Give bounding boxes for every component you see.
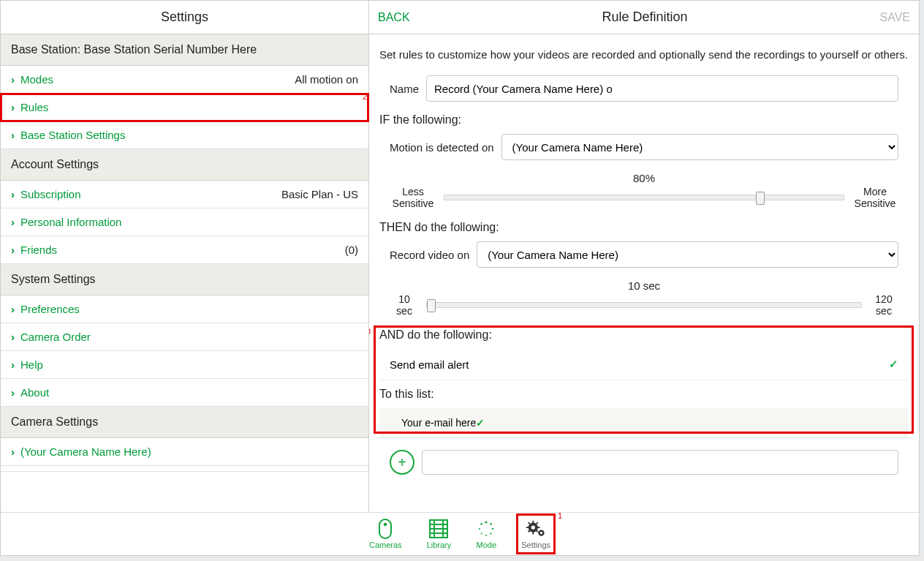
sidebar-item-label: Camera Order [20,331,91,343]
section-base-station: Base Station: Base Station Serial Number… [1,34,368,66]
check-icon: ✓ [889,358,898,371]
nav-mode[interactable]: Mode [476,519,496,549]
svg-rect-18 [532,521,534,524]
sensitivity-max-label: More Sensitive [852,186,898,209]
duration-slider[interactable] [426,302,862,308]
duration-min-label: 10 sec [390,293,419,317]
sidebar-item-friends[interactable]: › Friends (0) [1,236,368,264]
svg-rect-5 [430,524,447,525]
sidebar-item-label: Subscription [20,188,81,200]
sidebar-item-label: (Your Camera Name Here) [20,445,151,458]
svg-rect-21 [537,527,540,528]
sidebar-header: Settings [1,1,368,34]
nav-label: Mode [476,541,496,549]
panel-scroll-area[interactable]: Set rules to customize how your videos a… [369,34,919,512]
slider-thumb[interactable] [756,192,765,205]
sidebar-item-camera[interactable]: › (Your Camera Name Here) [1,438,368,466]
chevron-right-icon: › [11,129,15,141]
annotation-number: 3 [369,327,371,336]
svg-point-13 [481,532,482,534]
then-section-title: THEN do the following: [379,221,909,234]
section-system-settings: System Settings [1,264,368,295]
sidebar-item-label: Friends [20,244,57,256]
chevron-right-icon: › [11,244,15,256]
annotation-number: 1 [558,511,562,520]
motion-label: Motion is detected on [390,141,494,154]
and-section-title: AND do the following: [379,328,909,342]
record-camera-select[interactable]: (Your Camera Name Here) [477,241,898,268]
chevron-right-icon: › [11,101,15,113]
sidebar-item-modes[interactable]: › Modes All motion on [1,66,368,94]
add-email-input[interactable] [422,450,898,475]
sidebar-item-trail: Basic Plan - US [281,188,358,200]
sensitivity-slider[interactable] [444,195,844,200]
rule-name-input[interactable] [426,75,898,102]
sidebar-item-label: Modes [20,73,53,86]
intro-text: Set rules to customize how your videos a… [379,48,909,62]
svg-point-9 [490,523,492,525]
duration-slider-block: 10 sec 10 sec 120 sec [379,279,909,324]
section-camera-settings: Camera Settings [1,407,368,438]
sidebar-item-trail: (0) [345,244,358,256]
and-section: 3 AND do the following: Send email alert… [379,328,909,438]
sidebar-item-base-station-settings[interactable]: › Base Station Settings [1,121,368,149]
nav-settings[interactable]: Settings 1 [521,519,550,549]
svg-point-17 [531,526,535,530]
svg-rect-6 [430,528,447,530]
duration-max-label: 120 sec [869,293,898,317]
section-account-settings: Account Settings [1,149,368,181]
name-row: Name [379,75,909,102]
spinner-icon [476,519,496,539]
sensitivity-slider-block: 80% Less Sensitive More Sensitive [379,172,909,217]
annotation-number: 2 [363,92,367,101]
svg-rect-0 [379,519,391,538]
nav-cameras[interactable]: Cameras [369,519,402,549]
chevron-right-icon: › [11,331,15,343]
motion-row: Motion is detected on (Your Camera Name … [379,134,909,160]
panel-title: Rule Definition [410,10,880,25]
name-label: Name [390,83,419,95]
svg-rect-7 [430,532,447,534]
main-split: Settings Base Station: Base Station Seri… [1,1,919,513]
sidebar-item-label: Preferences [20,303,80,315]
svg-rect-20 [526,527,529,528]
email-alert-row[interactable]: Send email alert ✓ [379,349,909,380]
record-row: Record video on (Your Camera Name Here) [379,241,909,268]
svg-point-10 [492,528,493,530]
duration-value: 10 sec [390,279,898,292]
svg-rect-19 [532,532,534,535]
sidebar-item-about[interactable]: › About [1,379,368,407]
sidebar-item-rules[interactable]: › Rules 2 [1,94,368,121]
app-window: Settings Base Station: Base Station Seri… [0,0,920,556]
sidebar-item-camera-order[interactable]: › Camera Order [1,323,368,351]
chevron-right-icon: › [11,386,15,399]
sensitivity-value: 80% [390,172,898,184]
sidebar-item-help[interactable]: › Help [1,351,368,379]
list-section-title: To this list: [379,388,909,401]
slider-thumb[interactable] [427,299,436,312]
sensitivity-min-label: Less Sensitive [390,186,436,209]
panel-header: BACK Rule Definition SAVE [369,1,919,34]
sidebar-item-label: Help [20,358,43,371]
motion-camera-select[interactable]: (Your Camera Name Here) [501,134,898,160]
save-button[interactable]: SAVE [880,11,911,24]
svg-rect-22 [528,522,530,524]
sidebar-item-preferences[interactable]: › Preferences [1,295,368,323]
record-label: Record video on [390,249,469,261]
nav-library[interactable]: Library [427,519,452,549]
svg-point-27 [540,532,542,534]
sidebar-item-label: Rules [20,101,48,113]
svg-point-12 [485,535,487,536]
sidebar-item-label: Base Station Settings [20,129,125,141]
add-email-button[interactable]: + [390,450,414,475]
nav-label: Library [427,541,452,549]
sidebar-item-personal-info[interactable]: › Personal Information [1,208,368,236]
nav-label: Cameras [369,541,402,549]
back-button[interactable]: BACK [378,11,410,24]
check-icon: ✓ [476,417,485,429]
if-section-title: IF the following: [379,113,909,127]
email-alert-label: Send email alert [390,358,469,371]
email-list-item[interactable]: Your e-mail here ✓ [379,408,909,438]
sidebar-item-subscription[interactable]: › Subscription Basic Plan - US [1,181,368,208]
nav-label: Settings [521,541,550,549]
